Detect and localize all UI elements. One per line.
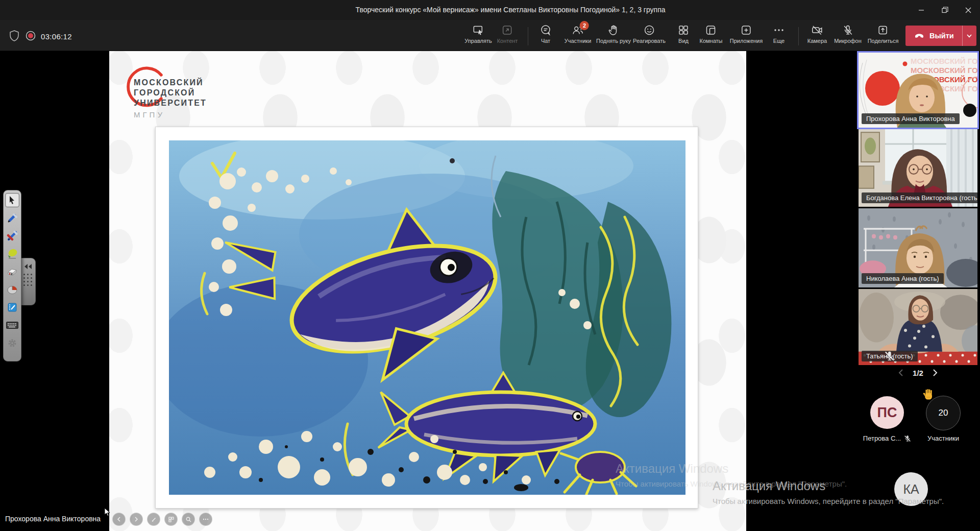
chevron-down-icon (966, 32, 973, 39)
camera-off-icon (811, 24, 823, 36)
toolbar-button-label: Комнаты (700, 38, 723, 44)
video-tile-tatyana[interactable]: Татьяна (гость) (859, 289, 977, 365)
toolbar-button-label: Поделиться (868, 38, 899, 44)
logo-line: УНИВЕРСИТЕТ (134, 98, 207, 108)
grid-icon (168, 517, 174, 522)
participant-name: Николаева Анна (гость) (866, 275, 939, 282)
pointer-tool-button[interactable] (147, 513, 160, 526)
toolbar-button-label: Вид (678, 38, 689, 44)
page-next-button[interactable] (932, 369, 939, 377)
slide-more-button[interactable] (199, 513, 212, 526)
leave-options-button[interactable] (962, 26, 976, 46)
participant-name: Петрова С... (863, 435, 901, 442)
participant-name: Богданова Елена Викторовна (гость) (866, 194, 977, 202)
avatar-petrova[interactable]: ПС (870, 396, 904, 429)
slide-nav-controls (112, 513, 212, 526)
toolbar-button-label: Микрофон (834, 38, 862, 44)
prev-slide-button[interactable] (112, 513, 126, 526)
participant-name: Прохорова Анна Викторовна (866, 115, 955, 123)
video-tile-bogdanova[interactable]: Богданова Елена Викторовна (гость) (859, 129, 977, 207)
apps-plus-icon (740, 24, 752, 36)
annotation-toolbar-collapse[interactable] (21, 258, 36, 305)
annotation-toolbar (3, 190, 21, 361)
close-icon (965, 7, 971, 13)
toolbar-button-more[interactable]: Еще (773, 24, 785, 44)
leave-button-label: Выйти (929, 32, 954, 40)
toolbar-button-label: Приложения (730, 38, 763, 44)
keyboard-icon (6, 322, 18, 329)
mouse-pointer-icon (7, 284, 18, 295)
laser-pointer-tool[interactable] (5, 282, 19, 297)
ellipsis-icon (203, 518, 209, 520)
leave-button[interactable]: Выйти (905, 26, 962, 46)
logo-line: ГОРОДСКОЙ (134, 88, 207, 98)
chevron-left-icon (116, 517, 121, 522)
toolbar-button-rooms[interactable]: Комнаты (700, 24, 723, 44)
meeting-toolbar: 03:06:12 Управлять Контент Чат 2 Участни… (0, 20, 980, 51)
toolbar-button-manage[interactable]: Управлять (464, 24, 492, 44)
toolbar-button-label: Камера (807, 38, 827, 44)
participants-badge: 2 (580, 21, 589, 30)
eraser-tool[interactable] (5, 264, 19, 279)
breakout-rooms-icon (705, 24, 717, 36)
minimize-button[interactable] (910, 0, 933, 20)
toolbar-button-label: Еще (773, 38, 785, 44)
close-button[interactable] (957, 0, 980, 20)
svg-text:МОСКОВСКИЙ ГОРОДСКОЙ: МОСКОВСКИЙ ГОРОДСКОЙ (911, 57, 977, 65)
svg-text:МОСКОВСКИЙ ГОРОДСКОЙ: МОСКОВСКИЙ ГОРОДСКОЙ (911, 66, 977, 75)
toolbar-separator (798, 27, 799, 45)
shared-presentation-slide: МОСКОВСКИЙ ГОРОДСКОЙ УНИВЕРСИТЕТ МГПУ «Т… (109, 51, 746, 531)
more-dots-icon (773, 24, 785, 36)
logo-line: МОСКОВСКИЙ (134, 78, 207, 88)
minimize-icon (918, 7, 924, 13)
mic-muted-icon (862, 351, 918, 361)
eraser-icon (7, 266, 18, 277)
notes-tool[interactable] (5, 300, 19, 315)
chat-icon (540, 24, 552, 36)
security-shield-icon[interactable] (9, 30, 20, 44)
microphone-off-icon (842, 24, 854, 36)
avatar-ka[interactable]: КА (894, 472, 928, 506)
toolbar-button-label: Реагировать (633, 38, 666, 44)
toolbar-button-react[interactable]: Реагировать (633, 24, 666, 44)
collapse-left-icon (24, 263, 32, 270)
toolbar-separator (528, 27, 528, 45)
zoom-button[interactable] (182, 513, 195, 526)
restore-icon (942, 7, 948, 13)
highlighter-icon (7, 248, 18, 259)
toolbar-button-label: Участники (565, 38, 592, 44)
page-prev-button[interactable] (897, 369, 904, 377)
toolbar-button-chat[interactable]: Чат (540, 24, 552, 44)
petrova-label-row: Петрова С... (859, 435, 916, 442)
select-tool[interactable] (5, 193, 19, 207)
avatar-initials: ПС (877, 405, 897, 421)
avatar-initials: КА (903, 482, 919, 497)
pen-icon (151, 517, 157, 522)
toolbar-button-share[interactable]: Поделиться (868, 24, 899, 44)
leave-button-group: Выйти (905, 26, 976, 46)
page-indicator: 1/2 (913, 369, 923, 377)
highlighter-tool[interactable] (5, 247, 19, 261)
drag-handle[interactable] (23, 274, 33, 287)
pen-tool[interactable] (5, 211, 19, 225)
toolbar-button-label: Поднять руку (596, 38, 631, 44)
toolbar-button-apps[interactable]: Приложения (730, 24, 763, 44)
slide-overview-button[interactable] (164, 513, 178, 526)
video-tile-nikolaeva[interactable]: Николаева Анна (гость) (859, 208, 977, 287)
participant-name-label: Богданова Елена Викторовна (гость) (862, 192, 977, 203)
toolbar-button-camera[interactable]: Камера (807, 24, 827, 44)
label-text: Участники (927, 435, 959, 442)
settings-tool[interactable] (5, 336, 19, 350)
next-slide-button[interactable] (130, 513, 143, 526)
toolbar-button-participants[interactable]: 2 Участники (565, 24, 592, 44)
react-smiley-icon (643, 24, 655, 36)
toolbar-button-microphone[interactable]: Микрофон (834, 24, 862, 44)
restore-button[interactable] (933, 0, 957, 20)
toolbar-button-raise-hand[interactable]: Поднять руку (596, 24, 631, 44)
toolbar-button-view[interactable]: Вид (677, 24, 690, 44)
video-tile-prokhorova[interactable]: МОСКОВСКИЙ ГОРОДСКОЙ МОСКОВСКИЙ ГОРОДСКО… (859, 53, 977, 128)
keyboard-tool[interactable] (5, 318, 19, 332)
pen-secondary-tool[interactable] (5, 229, 19, 243)
mouse-cursor (104, 508, 111, 517)
participant-name-label: Прохорова Анна Викторовна (862, 113, 960, 124)
